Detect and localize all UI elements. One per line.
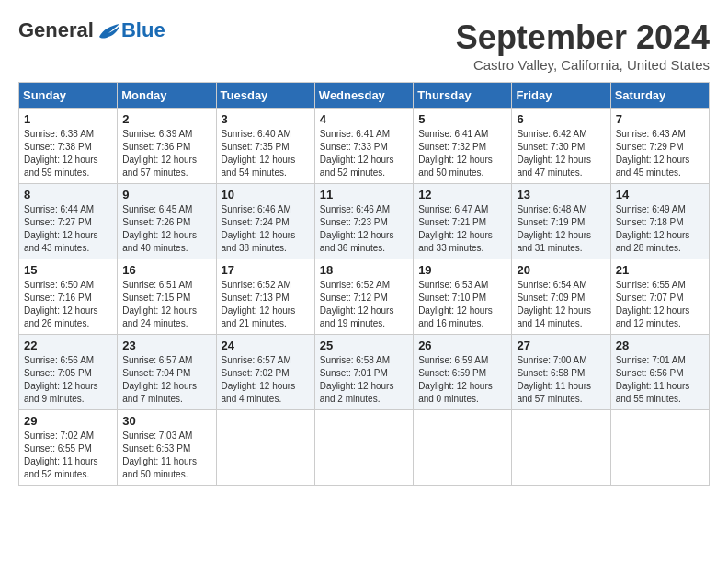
day-number: 9 [122, 188, 210, 201]
day-info: Sunrise: 6:46 AM Sunset: 7:24 PM Dayligh… [222, 203, 310, 255]
logo-general-text: General [18, 18, 94, 42]
day-info: Sunrise: 6:53 AM Sunset: 7:10 PM Dayligh… [418, 279, 506, 330]
header-thursday: Thursday [414, 83, 512, 109]
day-info: Sunrise: 6:51 AM Sunset: 7:15 PM Dayligh… [122, 279, 210, 330]
day-number: 11 [320, 188, 408, 201]
calendar-cell-1-4: 12Sunrise: 6:47 AM Sunset: 7:21 PM Dayli… [414, 184, 512, 259]
calendar-cell-0-0: 1Sunrise: 6:38 AM Sunset: 7:38 PM Daylig… [19, 109, 118, 184]
day-info: Sunrise: 6:59 AM Sunset: 6:59 PM Dayligh… [418, 354, 506, 406]
calendar-cell-3-5: 27Sunrise: 7:00 AM Sunset: 6:58 PM Dayli… [512, 335, 610, 410]
calendar-cell-4-3 [314, 410, 413, 486]
calendar-cell-3-2: 24Sunrise: 6:57 AM Sunset: 7:02 PM Dayli… [216, 335, 314, 410]
day-info: Sunrise: 6:41 AM Sunset: 7:32 PM Dayligh… [418, 128, 506, 179]
day-number: 15 [24, 263, 112, 277]
calendar-cell-2-1: 16Sunrise: 6:51 AM Sunset: 7:15 PM Dayli… [118, 259, 216, 335]
day-info: Sunrise: 6:57 AM Sunset: 7:04 PM Dayligh… [122, 354, 210, 406]
day-number: 26 [418, 339, 506, 352]
day-info: Sunrise: 6:41 AM Sunset: 7:33 PM Dayligh… [320, 128, 408, 179]
logo: General Blue [18, 18, 165, 42]
calendar-cell-3-3: 25Sunrise: 6:58 AM Sunset: 7:01 PM Dayli… [314, 335, 413, 410]
day-number: 14 [616, 188, 704, 201]
logo-blue-text: Blue [121, 18, 165, 42]
day-number: 6 [517, 112, 605, 126]
day-info: Sunrise: 6:47 AM Sunset: 7:21 PM Dayligh… [418, 203, 506, 255]
day-info: Sunrise: 6:45 AM Sunset: 7:26 PM Dayligh… [122, 203, 210, 255]
day-number: 30 [122, 414, 210, 428]
calendar-cell-0-3: 4Sunrise: 6:41 AM Sunset: 7:33 PM Daylig… [314, 109, 413, 184]
calendar-cell-1-1: 9Sunrise: 6:45 AM Sunset: 7:26 PM Daylig… [118, 184, 216, 259]
day-number: 22 [24, 339, 112, 352]
day-info: Sunrise: 6:48 AM Sunset: 7:19 PM Dayligh… [517, 203, 605, 255]
calendar-cell-4-1: 30Sunrise: 7:03 AM Sunset: 6:53 PM Dayli… [118, 410, 216, 486]
header-wednesday: Wednesday [314, 83, 413, 109]
day-number: 19 [418, 263, 506, 277]
calendar-cell-3-6: 28Sunrise: 7:01 AM Sunset: 6:56 PM Dayli… [610, 335, 709, 410]
calendar-cell-4-4 [414, 410, 512, 486]
calendar-cell-0-2: 3Sunrise: 6:40 AM Sunset: 7:35 PM Daylig… [216, 109, 314, 184]
day-info: Sunrise: 6:40 AM Sunset: 7:35 PM Dayligh… [222, 128, 310, 179]
day-number: 12 [418, 188, 506, 201]
calendar-cell-1-6: 14Sunrise: 6:49 AM Sunset: 7:18 PM Dayli… [610, 184, 709, 259]
day-info: Sunrise: 6:42 AM Sunset: 7:30 PM Dayligh… [517, 128, 605, 179]
calendar-cell-3-1: 23Sunrise: 6:57 AM Sunset: 7:04 PM Dayli… [118, 335, 216, 410]
day-info: Sunrise: 7:00 AM Sunset: 6:58 PM Dayligh… [517, 354, 605, 406]
day-info: Sunrise: 7:03 AM Sunset: 6:53 PM Dayligh… [122, 430, 210, 481]
calendar-cell-2-2: 17Sunrise: 6:52 AM Sunset: 7:13 PM Dayli… [216, 259, 314, 335]
day-number: 20 [517, 263, 605, 277]
calendar-cell-1-2: 10Sunrise: 6:46 AM Sunset: 7:24 PM Dayli… [216, 184, 314, 259]
day-number: 10 [222, 188, 310, 201]
day-info: Sunrise: 6:56 AM Sunset: 7:05 PM Dayligh… [24, 354, 112, 406]
calendar-cell-1-0: 8Sunrise: 6:44 AM Sunset: 7:27 PM Daylig… [19, 184, 118, 259]
day-info: Sunrise: 6:46 AM Sunset: 7:23 PM Dayligh… [320, 203, 408, 255]
day-info: Sunrise: 6:50 AM Sunset: 7:16 PM Dayligh… [24, 279, 112, 330]
calendar-cell-4-6 [610, 410, 709, 486]
calendar-cell-0-4: 5Sunrise: 6:41 AM Sunset: 7:32 PM Daylig… [414, 109, 512, 184]
calendar-week-5: 29Sunrise: 7:02 AM Sunset: 6:55 PM Dayli… [19, 410, 710, 486]
day-number: 21 [616, 263, 704, 277]
calendar-cell-0-1: 2Sunrise: 6:39 AM Sunset: 7:36 PM Daylig… [118, 109, 216, 184]
calendar-week-4: 22Sunrise: 6:56 AM Sunset: 7:05 PM Dayli… [19, 335, 710, 410]
day-info: Sunrise: 6:49 AM Sunset: 7:18 PM Dayligh… [616, 203, 704, 255]
calendar-week-3: 15Sunrise: 6:50 AM Sunset: 7:16 PM Dayli… [19, 259, 710, 335]
header-sunday: Sunday [19, 83, 118, 109]
calendar-cell-4-0: 29Sunrise: 7:02 AM Sunset: 6:55 PM Dayli… [19, 410, 118, 486]
day-info: Sunrise: 6:58 AM Sunset: 7:01 PM Dayligh… [320, 354, 408, 406]
calendar-cell-3-0: 22Sunrise: 6:56 AM Sunset: 7:05 PM Dayli… [19, 335, 118, 410]
calendar-header-row: Sunday Monday Tuesday Wednesday Thursday… [19, 83, 710, 109]
day-info: Sunrise: 6:38 AM Sunset: 7:38 PM Dayligh… [24, 128, 112, 179]
title-area: September 2024 Castro Valley, California… [456, 18, 710, 73]
calendar-week-1: 1Sunrise: 6:38 AM Sunset: 7:38 PM Daylig… [19, 109, 710, 184]
day-info: Sunrise: 6:39 AM Sunset: 7:36 PM Dayligh… [122, 128, 210, 179]
day-number: 28 [616, 339, 704, 352]
day-number: 5 [418, 112, 506, 126]
calendar-cell-4-2 [216, 410, 314, 486]
calendar-cell-4-5 [512, 410, 610, 486]
day-info: Sunrise: 6:52 AM Sunset: 7:13 PM Dayligh… [222, 279, 310, 330]
day-info: Sunrise: 7:02 AM Sunset: 6:55 PM Dayligh… [24, 430, 112, 481]
day-number: 27 [517, 339, 605, 352]
day-info: Sunrise: 7:01 AM Sunset: 6:56 PM Dayligh… [616, 354, 704, 406]
day-info: Sunrise: 6:57 AM Sunset: 7:02 PM Dayligh… [222, 354, 310, 406]
location-title: Castro Valley, California, United States [456, 57, 710, 73]
day-info: Sunrise: 6:55 AM Sunset: 7:07 PM Dayligh… [616, 279, 704, 330]
day-info: Sunrise: 6:43 AM Sunset: 7:29 PM Dayligh… [616, 128, 704, 179]
day-number: 29 [24, 414, 112, 428]
day-info: Sunrise: 6:54 AM Sunset: 7:09 PM Dayligh… [517, 279, 605, 330]
day-number: 16 [122, 263, 210, 277]
day-number: 2 [122, 112, 210, 126]
day-number: 4 [320, 112, 408, 126]
day-number: 23 [122, 339, 210, 352]
calendar-cell-1-3: 11Sunrise: 6:46 AM Sunset: 7:23 PM Dayli… [314, 184, 413, 259]
calendar-cell-2-6: 21Sunrise: 6:55 AM Sunset: 7:07 PM Dayli… [610, 259, 709, 335]
day-number: 7 [616, 112, 704, 126]
calendar-cell-0-5: 6Sunrise: 6:42 AM Sunset: 7:30 PM Daylig… [512, 109, 610, 184]
page-header: General Blue September 2024 Castro Valle… [18, 18, 710, 73]
calendar-cell-2-4: 19Sunrise: 6:53 AM Sunset: 7:10 PM Dayli… [414, 259, 512, 335]
calendar-table: Sunday Monday Tuesday Wednesday Thursday… [18, 82, 710, 486]
header-monday: Monday [118, 83, 216, 109]
month-title: September 2024 [456, 18, 710, 57]
day-number: 1 [24, 112, 112, 126]
day-number: 3 [222, 112, 310, 126]
calendar-cell-3-4: 26Sunrise: 6:59 AM Sunset: 6:59 PM Dayli… [414, 335, 512, 410]
day-number: 18 [320, 263, 408, 277]
